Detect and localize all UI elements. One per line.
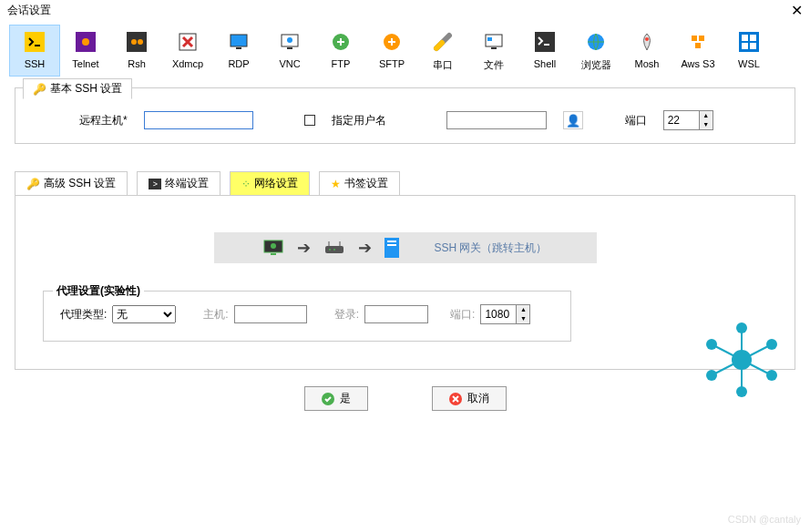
svg-rect-15: [487, 37, 492, 41]
toolbar-sftp[interactable]: SFTP: [366, 25, 417, 77]
toolbar-file[interactable]: 文件: [468, 25, 519, 77]
router-icon: [323, 239, 345, 257]
ftp-icon: [330, 31, 352, 53]
svg-point-32: [329, 249, 331, 251]
svg-rect-36: [387, 244, 396, 246]
svg-rect-16: [491, 47, 497, 49]
toolbar-browser[interactable]: 浏览器: [570, 25, 621, 77]
toolbar-serial[interactable]: 串口: [417, 25, 468, 77]
network-icon: ⁘: [241, 178, 251, 190]
network-graphic-icon: [701, 319, 783, 401]
tab-bookmark[interactable]: ★书签设置: [319, 171, 400, 195]
proxy-login-input[interactable]: [364, 305, 428, 323]
port-down[interactable]: ▼: [700, 120, 713, 129]
monitor-icon: [262, 239, 284, 257]
toolbar-aws[interactable]: Aws S3: [672, 25, 723, 77]
svg-point-48: [706, 370, 717, 381]
ok-button[interactable]: 是: [304, 386, 368, 411]
serial-icon: [432, 31, 454, 53]
svg-point-19: [645, 37, 649, 41]
svg-rect-30: [271, 253, 276, 255]
tab-terminal[interactable]: >终端设置: [137, 171, 220, 195]
aws-icon: [687, 31, 709, 53]
svg-rect-27: [750, 43, 756, 49]
svg-rect-24: [742, 35, 748, 41]
proxy-type-label: 代理类型:: [60, 307, 107, 322]
arrow-icon: ➔: [297, 238, 311, 258]
svg-point-10: [287, 37, 292, 43]
ssh-icon: [24, 31, 46, 53]
gateway-bar[interactable]: ➔ ➔ SSH 网关（跳转主机）: [214, 232, 597, 263]
proxy-port-label: 端口:: [450, 307, 475, 322]
sftp-icon: [381, 31, 403, 53]
svg-point-33: [333, 249, 335, 251]
mosh-icon: [636, 31, 658, 53]
shell-icon: [534, 31, 556, 53]
svg-rect-20: [692, 36, 697, 41]
file-icon: [483, 31, 505, 53]
svg-point-29: [271, 243, 276, 249]
basic-ssh-panel: 🔑 基本 SSH 设置 远程主机* 指定用户名 👤 端口 ▲▼: [15, 87, 795, 144]
xdmcp-icon: [177, 31, 199, 53]
proxy-port-spinner[interactable]: ▲▼: [480, 304, 530, 324]
basic-ssh-tab: 🔑 基本 SSH 设置: [23, 78, 132, 99]
check-icon: [322, 393, 334, 405]
svg-rect-0: [25, 32, 45, 52]
tab-advanced-ssh[interactable]: 🔑高级 SSH 设置: [15, 171, 128, 195]
port-up[interactable]: ▲: [700, 111, 713, 120]
toolbar-rsh[interactable]: Rsh: [111, 25, 162, 77]
specify-user-checkbox[interactable]: [304, 115, 315, 126]
svg-point-43: [732, 350, 752, 370]
svg-rect-25: [750, 35, 756, 41]
key-icon: 🔑: [33, 83, 46, 96]
watermark: CSDN @cantaly: [728, 514, 801, 525]
window-title: 会话设置: [7, 3, 51, 18]
svg-point-5: [138, 39, 143, 45]
specify-user-label: 指定用户名: [332, 113, 386, 128]
close-icon[interactable]: ✕: [791, 2, 803, 19]
toolbar-ssh[interactable]: SSH: [9, 25, 60, 77]
rsh-icon: [126, 31, 148, 53]
svg-point-45: [766, 339, 777, 350]
username-input[interactable]: [446, 111, 547, 129]
proxy-port-input[interactable]: [481, 306, 516, 322]
toolbar-ftp[interactable]: FTP: [315, 25, 366, 77]
vnc-icon: [279, 31, 301, 53]
protocol-toolbar: SSH Telnet Rsh Xdmcp RDP VNC FTP SFTP 串口…: [0, 19, 810, 80]
dialog-buttons: 是 取消: [0, 386, 810, 411]
proxy-host-input[interactable]: [234, 305, 307, 323]
tab-network[interactable]: ⁘网络设置: [230, 171, 310, 195]
svg-point-44: [736, 322, 747, 333]
proxy-type-select[interactable]: 无: [112, 305, 176, 323]
toolbar-telnet[interactable]: Telnet: [60, 25, 111, 77]
svg-rect-21: [699, 36, 704, 41]
remote-host-input[interactable]: [144, 111, 253, 129]
proxy-host-label: 主机:: [203, 307, 228, 322]
toolbar-shell[interactable]: Shell: [519, 25, 570, 77]
proxy-login-label: 登录:: [334, 307, 359, 322]
proxy-port-up[interactable]: ▲: [517, 305, 529, 314]
arrow-icon: ➔: [358, 238, 372, 258]
cancel-button[interactable]: 取消: [432, 386, 507, 411]
wsl-icon: [738, 31, 760, 53]
port-spinner[interactable]: ▲▼: [663, 110, 713, 130]
proxy-port-down[interactable]: ▼: [517, 314, 529, 323]
toolbar-xdmcp[interactable]: Xdmcp: [162, 25, 213, 77]
port-input[interactable]: [664, 112, 699, 128]
key-icon: 🔑: [26, 178, 40, 190]
cancel-icon: [449, 393, 462, 405]
proxy-settings: 代理设置(实验性) 代理类型: 无 主机: 登录: 端口: ▲▼: [43, 291, 571, 342]
svg-rect-22: [695, 43, 701, 48]
svg-rect-7: [231, 35, 247, 46]
toolbar-rdp[interactable]: RDP: [213, 25, 264, 77]
svg-rect-35: [387, 240, 396, 242]
rdp-icon: [228, 31, 250, 53]
settings-tabs: 🔑高级 SSH 设置 >终端设置 ⁘网络设置 ★书签设置: [15, 171, 795, 195]
svg-rect-17: [535, 32, 555, 52]
toolbar-wsl[interactable]: WSL: [723, 25, 774, 77]
toolbar-vnc[interactable]: VNC: [264, 25, 315, 77]
user-picker-button[interactable]: 👤: [563, 111, 583, 129]
toolbar-mosh[interactable]: Mosh: [621, 25, 672, 77]
star-icon: ★: [331, 178, 341, 190]
svg-point-46: [766, 370, 777, 381]
